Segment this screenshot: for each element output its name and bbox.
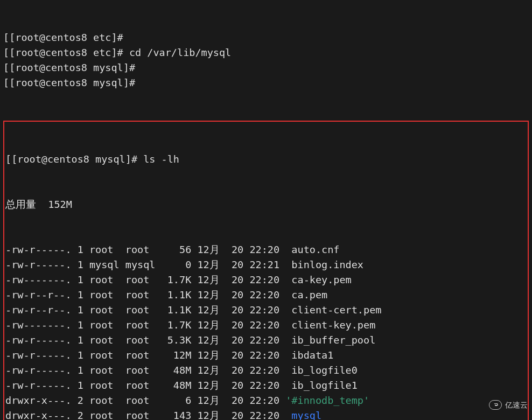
file-name: ca-key.pem [285,274,352,285]
file-row: -rw-------. 1 root root 1.7K 12月 20 22:2… [5,318,526,333]
file-name: mysql [285,410,321,420]
file-meta: -rw-r-----. 1 root root 48M 12月 20 22:20 [5,380,285,391]
file-row: -rw-r--r--. 1 root root 1.1K 12月 20 22:2… [5,288,526,303]
file-meta: -rw-r--r--. 1 root root 1.1K 12月 20 22:2… [5,289,285,300]
file-meta: drwxr-x---. 2 root root 143 12月 20 22:20 [5,410,285,420]
prompt: [root@centos8 etc]# [9,47,123,58]
file-row: -rw-r--r--. 1 root root 1.1K 12月 20 22:2… [5,303,526,318]
file-name: '#innodb_temp' [285,395,369,406]
watermark-text: 亿速云 [505,397,528,412]
file-meta: -rw-r-----. 1 root root 56 12月 20 22:20 [5,244,285,255]
terminal[interactable]: [[root@centos8 etc]#[[root@centos8 etc]#… [0,0,532,420]
prompt: [root@centos8 mysql]# [9,77,135,88]
prompt: [root@centos8 mysql]# [11,153,137,165]
prompt-open-bracket: [ [5,153,11,165]
prompt-open-bracket: [ [3,77,9,88]
highlighted-output-box: [[root@centos8 mysql]# ls -lh 总用量 152M -… [3,121,529,420]
total-line: 总用量 152M [5,197,526,212]
watermark: ဓာ 亿速云 [489,397,528,412]
prompt: [root@centos8 mysql]# [9,62,135,73]
prompt-line: [[root@centos8 etc]# cd /var/lib/mysql [3,45,529,60]
file-meta: -rw-r-----. 1 mysql mysql 0 12月 20 22:21 [5,259,285,270]
file-row: -rw-r-----. 1 root root 5.3K 12月 20 22:2… [5,333,526,348]
file-name: auto.cnf [285,244,339,255]
watermark-icon: ဓာ [489,400,502,410]
prompt: [root@centos8 etc]# [9,32,123,43]
file-name: ibdata1 [285,349,333,361]
file-meta: drwxr-x---. 2 root root 6 12月 20 22:20 [5,395,285,406]
prompt-open-bracket: [ [3,32,9,43]
file-meta: -rw-r-----. 1 root root 12M 12月 20 22:20 [5,349,285,361]
file-listing: -rw-r-----. 1 root root 56 12月 20 22:20 … [5,242,526,420]
file-name: ib_logfile1 [285,380,358,391]
file-row: -rw-r-----. 1 root root 56 12月 20 22:20 … [5,242,526,257]
ls-command-line: [[root@centos8 mysql]# ls -lh [5,152,526,167]
prompt-line: [[root@centos8 mysql]# [3,60,529,75]
command-text: cd /var/lib/mysql [123,47,231,58]
file-row: -rw-r-----. 1 root root 48M 12月 20 22:20… [5,378,526,393]
file-name: client-cert.pem [285,304,381,316]
file-name: ib_buffer_pool [285,334,375,346]
file-meta: -rw-r-----. 1 root root 5.3K 12月 20 22:2… [5,334,285,346]
prompt-line: [[root@centos8 etc]# [3,30,529,45]
command-text: ls -lh [137,153,179,165]
file-meta: -rw-------. 1 root root 1.7K 12月 20 22:2… [5,319,285,331]
prompt-open-bracket: [ [3,47,9,58]
file-row: drwxr-x---. 2 root root 143 12月 20 22:20… [5,408,526,420]
file-name: client-key.pem [285,319,375,331]
file-meta: -rw-r-----. 1 root root 48M 12月 20 22:20 [5,365,285,376]
file-row: -rw-r-----. 1 root root 12M 12月 20 22:20… [5,348,526,363]
file-row: drwxr-x---. 2 root root 6 12月 20 22:20 '… [5,393,526,408]
file-meta: -rw-r--r--. 1 root root 1.1K 12月 20 22:2… [5,304,285,316]
file-row: -rw-r-----. 1 root root 48M 12月 20 22:20… [5,363,526,378]
file-name: ca.pem [285,289,327,300]
prompt-open-bracket: [ [3,62,9,73]
file-row: -rw-r-----. 1 mysql mysql 0 12月 20 22:21… [5,257,526,272]
file-name: ib_logfile0 [285,365,358,376]
pre-commands: [[root@centos8 etc]#[[root@centos8 etc]#… [3,30,529,90]
file-row: -rw-------. 1 root root 1.7K 12月 20 22:2… [5,272,526,288]
file-meta: -rw-------. 1 root root 1.7K 12月 20 22:2… [5,274,285,285]
prompt-line: [[root@centos8 mysql]# [3,75,529,90]
file-name: binlog.index [285,259,363,270]
